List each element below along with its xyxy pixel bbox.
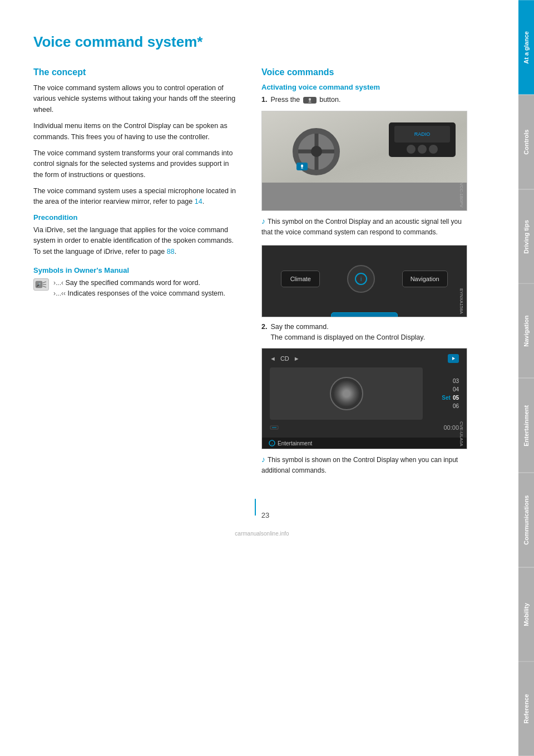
sidebar-tab-communications[interactable]: Communications (518, 473, 534, 567)
left-column: The concept The voice command system all… (33, 67, 239, 483)
concept-para-2: Individual menu items on the Control Dis… (33, 121, 239, 143)
sidebar-tab-controls[interactable]: Controls (518, 95, 534, 189)
step-1-num: 1. (261, 95, 267, 105)
symbols-title: Symbols in Owner's Manual (33, 266, 239, 274)
steering-diagram: RADIO (261, 111, 467, 211)
voice-signal-icon-1: ♪ (261, 215, 265, 227)
activating-title: Activating voice command system (261, 83, 467, 91)
cd-disc (330, 377, 363, 410)
cd-label: CD (280, 355, 289, 362)
precondition-section: Precondition Via iDrive, set the languag… (33, 213, 239, 257)
diagram-watermark-1: VCC-1B0PV (459, 183, 464, 207)
page-title: Voice command system* (33, 33, 491, 51)
precondition-title: Precondition (33, 213, 239, 222)
right-column: Voice commands Activating voice command … (261, 67, 467, 483)
footer-brand: carmanualsonline.info (33, 531, 491, 537)
track-04: 04 (428, 386, 459, 392)
svg-line-4 (43, 286, 46, 287)
left-section-title: The concept (33, 67, 239, 77)
track-05-active: Set05 (428, 395, 459, 401)
set-label: Set (442, 395, 451, 401)
svg-rect-9 (301, 164, 303, 167)
cd-disc-area (270, 367, 423, 420)
svg-line-2 (43, 282, 46, 283)
mic-button-inline (303, 97, 317, 104)
sidebar-tab-at-a-glance[interactable]: At a glance (518, 0, 534, 95)
symbol-row-1: 🎤 ›...‹ Say the specified commands word … (33, 278, 239, 300)
right-section-title: Voice commands (261, 67, 467, 77)
sidebar-tab-navigation[interactable]: Navigation (518, 283, 534, 378)
svg-rect-6 (309, 98, 311, 101)
link-page88[interactable]: 88 (167, 248, 175, 256)
cd-display-diagram: ◄ CD ► 03 04 (261, 348, 467, 449)
diagram-watermark-2: EYNXA158A (459, 288, 464, 314)
voice-command-icon-1: 🎤 (33, 278, 49, 291)
sidebar-tab-driving-tips[interactable]: Driving tips (518, 189, 534, 284)
sidebar: At a glance Controls Driving tips Naviga… (518, 0, 534, 756)
cd-tracks-list: 03 04 Set05 06 (428, 367, 459, 420)
track-06: 06 (428, 403, 459, 409)
cd-time: 00:00 (443, 424, 459, 431)
track-03: 03 (428, 378, 459, 384)
idrive-center-icon: i (347, 265, 375, 293)
step-1: 1. Press the button. (261, 95, 467, 105)
page-number-area: 23 (33, 494, 491, 519)
step-2: 2. Say the command. The command is displ… (261, 322, 467, 343)
page-line (255, 499, 256, 516)
sidebar-tab-entertainment[interactable]: Entertainment (518, 378, 534, 473)
concept-para-3: The voice command system transforms your… (33, 148, 239, 180)
cd-footer: 00:00 (270, 423, 459, 432)
step-2-num: 2. (261, 322, 267, 343)
sidebar-tab-mobility[interactable]: Mobility (518, 567, 534, 662)
precondition-text: Via iDrive, set the language that applie… (33, 225, 239, 257)
concept-para-1: The voice command system allows you to c… (33, 83, 239, 115)
step-1-text: Press the button. (270, 95, 340, 105)
svg-text:♪: ♪ (271, 441, 273, 445)
page-number: 23 (261, 511, 269, 519)
cd-entertainment-label: Entertainment (278, 440, 312, 446)
concept-para-4: The voice command system uses a special … (33, 186, 239, 208)
link-page14[interactable]: 14 (195, 198, 202, 205)
control-display-diagram: Climate i Navigation Entertainment EYNXA… (261, 245, 467, 317)
navigation-button: Navigation (402, 271, 448, 287)
entertainment-button: Entertainment (331, 312, 398, 317)
cd-header: ◄ CD ► (270, 354, 459, 363)
svg-text:i: i (360, 276, 362, 282)
symbol-text-1: ›...‹ Say the specified commands word fo… (53, 278, 225, 300)
climate-button: Climate (281, 271, 320, 287)
symbols-section: Symbols in Owner's Manual 🎤 ›...‹ Say th… (33, 266, 239, 300)
voice-signal-icon-2: ♪ (261, 454, 265, 465)
sidebar-tab-reference[interactable]: Reference (518, 661, 534, 756)
caption-1: ♪This symbol on the Control Display and … (261, 215, 467, 237)
svg-text:🎤: 🎤 (36, 282, 41, 287)
diagram-watermark-3: CVE-ULA0A (459, 421, 464, 446)
caption-2: ♪This symbol is shown on the Control Dis… (261, 454, 467, 475)
step-2-text: Say the command. The command is displaye… (270, 322, 425, 343)
main-content: Voice command system* The concept The vo… (0, 0, 518, 756)
